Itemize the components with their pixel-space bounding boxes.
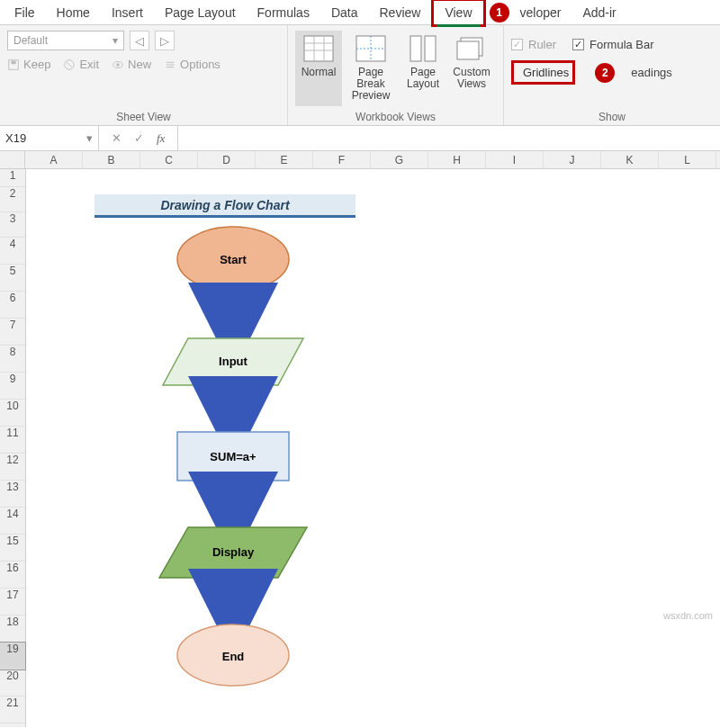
tab-file[interactable]: File [4,1,46,24]
row-header[interactable]: 19 [0,643,25,670]
row-header[interactable]: 16 [0,562,25,589]
row-header[interactable]: 10 [0,400,25,427]
tab-data[interactable]: Data [320,1,369,24]
group-workbook-views: Normal Page Break Preview Page Layout Cu… [288,25,504,125]
svg-rect-18 [425,36,436,61]
sheet-view-combo-value: Default [14,34,48,47]
ruler-label: Ruler [528,38,556,51]
page-break-label: Page Break Preview [346,67,396,103]
process-label: SUM=a+ [210,450,256,463]
cancel-icon: ✕ [112,131,122,145]
row-header[interactable]: 2 [0,187,25,212]
name-box[interactable]: X19 ▾ [0,126,99,150]
custom-views-icon [455,34,488,63]
save-icon [7,58,20,71]
row-header[interactable]: 18 [0,616,25,643]
row-header[interactable]: 8 [0,346,25,373]
page-layout-button[interactable]: Page Layout [400,31,446,106]
options-button: Options [164,58,220,71]
ribbon-tab-strip: File Home Insert Page Layout Formulas Da… [0,0,720,25]
row-header[interactable]: 15 [0,535,25,562]
new-button: New [112,58,151,71]
headings-checkbox[interactable]: eadings [631,66,672,79]
fx-icon[interactable]: fx [157,131,165,146]
checkbox-icon: ✓ [511,39,523,50]
gridlines-label: Gridlines [523,66,569,79]
row-header[interactable]: 20 [0,670,25,697]
col-header[interactable]: G [371,151,428,168]
gridlines-checkbox[interactable]: Gridlines [511,60,575,85]
svg-rect-20 [457,41,479,59]
tab-review[interactable]: Review [369,1,432,24]
spreadsheet-grid: A B C D E F G H I J K L 1 2 3 4 5 6 7 8 … [0,151,720,727]
col-header[interactable]: K [601,151,659,168]
chevron-down-icon: ▾ [112,34,118,47]
row-header[interactable]: 12 [0,454,25,481]
custom-views-label: Custom Views [450,67,493,90]
options-label: Options [180,58,220,71]
row-header[interactable]: 13 [0,481,25,508]
name-box-value: X19 [5,131,26,145]
ribbon-body: Default ▾ ◁ ▷ Keep Exit [0,25,720,126]
row-header[interactable]: 17 [0,589,25,616]
row-header[interactable]: 6 [0,292,25,319]
row-header[interactable]: 7 [0,319,25,346]
watermark: wsxdn.com [663,610,713,621]
col-header[interactable]: L [659,151,716,168]
start-label: Start [220,253,247,266]
col-header[interactable]: H [428,151,486,168]
row-header[interactable]: 4 [0,238,25,265]
sheet-canvas[interactable]: Drawing a Flow Chart Start Input SUM=a [26,169,720,727]
page-break-preview-button[interactable]: Page Break Preview [344,31,398,106]
formula-bar-checkbox[interactable]: ✓ Formula Bar [572,38,654,51]
display-label: Display [212,545,255,559]
exit-icon [63,58,76,71]
select-all-corner[interactable] [0,151,25,168]
enter-icon: ✓ [134,131,144,145]
sheet-view-prev-button[interactable]: ◁ [130,31,149,50]
tab-page-layout[interactable]: Page Layout [154,1,247,24]
tab-view-label: View [445,5,472,20]
keep-label: Keep [23,58,50,71]
row-header[interactable]: 21 [0,697,25,724]
ruler-checkbox: ✓ Ruler [511,38,556,51]
tab-home[interactable]: Home [46,1,101,24]
row-header[interactable]: 1 [0,169,25,187]
flowchart-svg: Start Input SUM=a+ Display End [89,223,377,727]
col-header[interactable]: B [83,151,140,168]
normal-view-label: Normal [302,67,337,78]
tab-formulas[interactable]: Formulas [247,1,320,24]
row-header[interactable]: 3 [0,212,25,238]
col-header[interactable]: A [25,151,83,168]
normal-view-button[interactable]: Normal [295,31,342,106]
sheet-view-combo[interactable]: Default ▾ [7,31,124,50]
formula-bar: X19 ▾ ✕ ✓ fx [0,126,720,151]
row-header[interactable]: 9 [0,373,25,400]
normal-view-icon [302,34,335,63]
custom-views-button[interactable]: Custom Views [448,31,495,106]
group-label-workbook-views: Workbook Views [295,107,496,123]
keep-button: Keep [7,58,50,71]
row-header[interactable]: 5 [0,265,25,292]
svg-line-3 [68,62,72,67]
sheet-view-next-button[interactable]: ▷ [155,31,175,50]
headings-label: eadings [631,66,672,79]
end-label: End [222,650,245,663]
col-header[interactable]: J [544,151,601,168]
checkbox-icon: ✓ [572,39,584,50]
tab-addins[interactable]: Add-ir [572,1,626,24]
col-header[interactable]: C [140,151,198,168]
input-label: Input [219,355,248,368]
row-header[interactable]: 14 [0,508,25,535]
col-header[interactable]: F [313,151,371,168]
row-header[interactable]: 11 [0,427,25,454]
svg-rect-17 [410,36,421,61]
col-header[interactable]: D [198,151,256,168]
tab-insert[interactable]: Insert [101,1,154,24]
tab-developer[interactable]: veloper [509,1,572,24]
col-header[interactable]: I [486,151,544,168]
exit-button: Exit [63,58,99,71]
group-label-sheet-view: Sheet View [7,107,280,123]
tab-view[interactable]: View [431,0,485,27]
col-header[interactable]: E [256,151,313,168]
